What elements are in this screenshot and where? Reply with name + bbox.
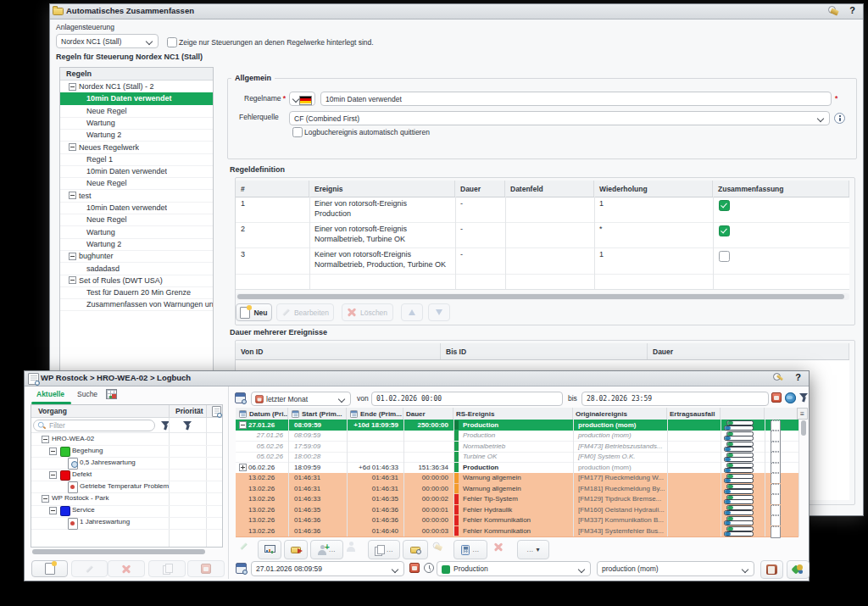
column-header[interactable]: Datum (Pri... xyxy=(236,408,288,420)
logbook-row[interactable]: 27.01.2608:09:59+10d 18:09:59250:00:00Pr… xyxy=(236,420,798,431)
regelname-input[interactable]: 10min Daten verwendet xyxy=(320,92,832,106)
rules-tree-item[interactable]: Neue Regel xyxy=(60,105,213,118)
statistics-button[interactable] xyxy=(258,540,281,559)
logbook-row[interactable]: 13.02.2601:46:3501:46:3600:00:01Fehler H… xyxy=(236,504,798,516)
move-up-button[interactable] xyxy=(401,303,423,321)
tab-aktuelle[interactable]: Aktuelle xyxy=(36,390,64,398)
column-header[interactable]: RS-Ereignis xyxy=(453,408,573,420)
rules-tree-item[interactable]: Wartung 2 xyxy=(60,238,213,251)
zusammenfassung-checkbox[interactable] xyxy=(719,225,730,236)
logbook-table-icon[interactable] xyxy=(106,389,117,399)
regeldefinition-hscrollbar[interactable] xyxy=(236,293,849,300)
rules-tree-item[interactable]: Wartung xyxy=(60,226,213,239)
rules-tree-item[interactable]: 10min Daten verwendet xyxy=(60,92,213,105)
vorgang-tree-row[interactable]: Getriebe Temperatur Problem xyxy=(31,481,222,493)
new-entry-button[interactable] xyxy=(31,560,68,577)
loeschen-button[interactable]: Löschen xyxy=(342,303,393,321)
collapse-icon[interactable] xyxy=(69,143,76,151)
help-icon[interactable]: ? xyxy=(795,372,801,382)
rules-tree-group[interactable]: test xyxy=(60,190,213,203)
regeldefinition-row[interactable]: 2Einer von rotorsoft-EreignisNormalbetri… xyxy=(236,222,849,248)
info-icon[interactable] xyxy=(834,113,845,124)
period-select[interactable]: letzter Monat xyxy=(251,392,351,406)
rules-tree-group[interactable]: Nordex NC1 (Stall) - 2 xyxy=(60,81,213,93)
logbook-report-button[interactable] xyxy=(760,560,783,579)
copy-event-button[interactable]: ... xyxy=(368,540,400,559)
regeldefinition-row[interactable]: 1Einer von rotorsoft-EreignisProduction-… xyxy=(236,197,849,223)
zeige-nur-checkbox[interactable] xyxy=(167,37,177,47)
archive-button[interactable] xyxy=(403,540,428,559)
rules-tree-item[interactable]: Zusammenfassen von Warnungen un xyxy=(60,298,213,311)
column-header[interactable]: Ertragsausfall xyxy=(667,408,721,420)
logbook-row[interactable]: 13.02.2601:46:3101:46:3100:00:00Warnung … xyxy=(236,483,798,495)
rules-tree-item[interactable]: Test für Dauern 20 Min Grenze xyxy=(60,286,213,299)
rs-ereignis-select[interactable]: Production xyxy=(437,561,591,576)
originalereignis-select[interactable]: production (mom) xyxy=(597,561,754,576)
priority-funnel-icon[interactable] xyxy=(182,420,193,431)
column-header[interactable]: Originalereignis xyxy=(573,408,667,420)
column-header[interactable]: Wiederholung xyxy=(594,181,713,197)
move-down-button[interactable] xyxy=(428,303,450,321)
event-calendar-icon[interactable] xyxy=(236,563,247,574)
approve-icon[interactable] xyxy=(239,542,248,551)
filter-input[interactable]: Filter xyxy=(33,420,155,431)
filter-pencil-icon[interactable] xyxy=(798,392,810,403)
color-legend-button[interactable] xyxy=(787,560,810,579)
column-header[interactable]: Start (Prim... xyxy=(288,408,347,420)
vorgang-tree-row[interactable]: 1 Jahreswartung xyxy=(31,517,222,530)
tab-suche[interactable]: Suche xyxy=(77,390,97,398)
copy-entry-button[interactable] xyxy=(148,560,186,577)
logbook-row[interactable]: 06.02.2618:09:59+6d 01:46:33151:36:34Pro… xyxy=(236,462,798,474)
clock-icon[interactable] xyxy=(424,563,434,573)
column-header[interactable]: # xyxy=(236,181,309,197)
zusammenfassung-checkbox[interactable] xyxy=(719,251,730,262)
collapse-icon[interactable] xyxy=(49,507,57,514)
vorgang-column-header[interactable]: Vorgang xyxy=(38,407,67,415)
edit-entry-button[interactable] xyxy=(71,560,108,577)
delete-entry-button[interactable] xyxy=(108,560,145,577)
column-header[interactable]: Dauer xyxy=(403,408,453,420)
table-menu-icon[interactable]: ≡ xyxy=(797,408,808,420)
rules-tree-item[interactable]: 10min Daten verwendet xyxy=(60,202,213,214)
vorgang-tree-row[interactable]: 0,5 Jahreswartung xyxy=(31,457,222,470)
collapse-icon[interactable] xyxy=(49,471,57,479)
logbook-row[interactable]: 13.02.2601:46:3301:46:3500:00:02Fehler T… xyxy=(236,494,798,506)
column-header[interactable]: Datenfeld xyxy=(505,181,594,197)
logbook-row[interactable]: 13.02.2601:46:3101:46:3100:00:00Warnung … xyxy=(236,473,798,485)
collapse-icon[interactable] xyxy=(69,192,76,199)
prioritaet-column-header[interactable]: Priorität xyxy=(175,407,203,415)
left-hscrollbar[interactable] xyxy=(32,549,205,554)
bis-input[interactable]: 28.02.2026 23:59 xyxy=(581,392,769,406)
export-entry-button[interactable] xyxy=(187,560,225,577)
rules-tree-item[interactable]: Wartung xyxy=(60,117,213,130)
report-icon[interactable] xyxy=(771,392,782,403)
rules-tree-item[interactable]: Neue Regel xyxy=(60,177,213,190)
vorgang-tree-row[interactable]: WP Rostock - Park xyxy=(31,493,222,506)
delete-event-icon[interactable] xyxy=(493,542,503,552)
logbook-row[interactable]: 05.02.2618:00:28Turbine OK[FM0] System O… xyxy=(236,452,798,464)
acknowledge-icon[interactable] xyxy=(828,6,839,17)
rules-tree-group[interactable]: bughunter xyxy=(60,250,213,263)
rules-tree-item[interactable]: 10min Daten verwendet xyxy=(60,165,213,178)
collapse-icon[interactable] xyxy=(42,436,49,443)
back-titlebar[interactable]: Automatisches Zusammenfassen ? xyxy=(50,4,863,19)
vorgang-tree-row[interactable]: Service xyxy=(31,505,222,518)
quittieren-checkbox[interactable] xyxy=(292,127,303,137)
collapse-icon[interactable] xyxy=(42,495,49,503)
event-select[interactable]: 27.01.2026 08:09:59 xyxy=(251,561,404,576)
front-titlebar[interactable]: WP Rostock > HRO-WEA-02 > Logbuch ? xyxy=(25,371,809,386)
collapse-icon[interactable] xyxy=(49,448,57,455)
column-header[interactable] xyxy=(721,408,765,420)
globe-icon[interactable] xyxy=(785,392,796,403)
collapse-icon[interactable] xyxy=(69,253,76,260)
assign-person-button[interactable]: + ... xyxy=(310,540,343,559)
column-header[interactable]: Dauer xyxy=(455,181,505,197)
vorgang-tree-row[interactable]: Begehung xyxy=(31,445,222,458)
help-icon[interactable]: ? xyxy=(849,5,855,15)
vorgang-tree-row[interactable]: HRO-WEA-02 xyxy=(31,433,222,446)
regeldefinition-row[interactable]: 3Keiner von rotorsoft-EreignisNormalbetr… xyxy=(236,247,849,275)
rules-tree-item[interactable]: Regel 1 xyxy=(60,153,213,166)
logbook-row[interactable]: 13.02.2601:46:3601:46:3600:00:00Fehler K… xyxy=(236,515,798,527)
note-checkbox-icon[interactable] xyxy=(771,526,781,538)
zusammenfassung-checkbox[interactable] xyxy=(719,200,730,211)
